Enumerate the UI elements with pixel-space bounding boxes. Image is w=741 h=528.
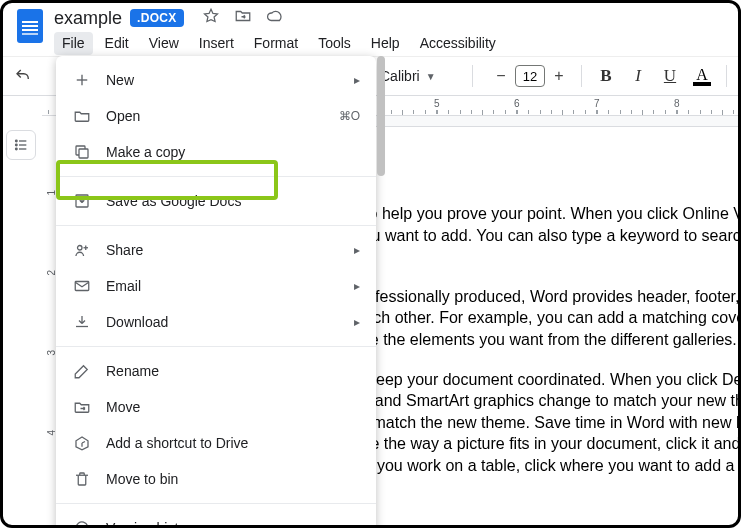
folder-icon xyxy=(72,106,92,126)
file-menu-save-as-google-docs[interactable]: Save as Google Docs xyxy=(56,183,376,219)
font-size-minus[interactable]: − xyxy=(489,64,513,88)
menu-item-label: Save as Google Docs xyxy=(106,193,360,209)
menu-format[interactable]: Format xyxy=(246,32,306,55)
menu-insert[interactable]: Insert xyxy=(191,32,242,55)
menu-item-label: Version history xyxy=(106,520,340,528)
submenu-arrow-icon: ▸ xyxy=(354,73,360,87)
shortcut-icon xyxy=(72,433,92,453)
svg-point-0 xyxy=(16,140,18,142)
caret-down-icon: ▼ xyxy=(426,71,436,82)
text-color-button[interactable]: A xyxy=(688,67,716,86)
cloud-status-icon[interactable] xyxy=(266,7,284,29)
font-size-input[interactable] xyxy=(515,65,545,87)
plus-icon xyxy=(72,70,92,90)
menu-item-label: Add a shortcut to Drive xyxy=(106,435,360,451)
file-menu-dropdown: New▸Open⌘OMake a copySave as Google Docs… xyxy=(56,56,376,528)
menu-item-label: New xyxy=(106,72,340,88)
file-menu-rename[interactable]: Rename xyxy=(56,353,376,389)
file-menu-download[interactable]: Download▸ xyxy=(56,304,376,340)
menu-accessibility[interactable]: Accessibility xyxy=(412,32,504,55)
menu-bar: File Edit View Insert Format Tools Help … xyxy=(54,32,504,55)
menu-edit[interactable]: Edit xyxy=(97,32,137,55)
menu-help[interactable]: Help xyxy=(363,32,408,55)
menu-item-label: Email xyxy=(106,278,340,294)
outline-toggle-button[interactable] xyxy=(6,130,36,160)
svg-rect-8 xyxy=(79,149,88,158)
color-bar xyxy=(693,82,711,86)
menu-view[interactable]: View xyxy=(141,32,187,55)
docx-badge: .DOCX xyxy=(130,9,184,27)
menu-item-label: Share xyxy=(106,242,340,258)
font-size-group: − + xyxy=(489,64,571,88)
menu-item-label: Rename xyxy=(106,363,360,379)
submenu-arrow-icon: ▸ xyxy=(354,521,360,528)
shortcut-label: ⌘O xyxy=(339,109,360,123)
share-icon xyxy=(72,240,92,260)
copy-icon xyxy=(72,142,92,162)
svg-point-1 xyxy=(16,144,18,146)
file-menu-move-to-bin[interactable]: Move to bin xyxy=(56,461,376,497)
menu-file[interactable]: File xyxy=(54,32,93,55)
italic-button[interactable]: I xyxy=(624,62,652,90)
underline-button[interactable]: U xyxy=(656,62,684,90)
submenu-arrow-icon: ▸ xyxy=(354,243,360,257)
submenu-arrow-icon: ▸ xyxy=(354,279,360,293)
menu-item-label: Move to bin xyxy=(106,471,360,487)
menu-item-label: Make a copy xyxy=(106,144,360,160)
menu-item-label: Move xyxy=(106,399,360,415)
move-icon xyxy=(72,397,92,417)
file-menu-share[interactable]: Share▸ xyxy=(56,232,376,268)
file-menu-version-history[interactable]: Version history▸ xyxy=(56,510,376,528)
history-icon xyxy=(72,518,92,528)
star-icon[interactable] xyxy=(202,7,220,29)
svg-point-10 xyxy=(78,246,83,251)
menu-tools[interactable]: Tools xyxy=(310,32,359,55)
file-menu-move[interactable]: Move xyxy=(56,389,376,425)
file-menu-make-a-copy[interactable]: Make a copy xyxy=(56,134,376,170)
move-folder-icon[interactable] xyxy=(234,7,252,29)
menu-item-label: Open xyxy=(106,108,325,124)
svg-point-2 xyxy=(16,148,18,150)
file-menu-add-a-shortcut-to-drive[interactable]: Add a shortcut to Drive xyxy=(56,425,376,461)
dropdown-scrollbar[interactable] xyxy=(376,56,386,528)
file-menu-email[interactable]: Email▸ xyxy=(56,268,376,304)
file-menu-new[interactable]: New▸ xyxy=(56,62,376,98)
download-icon xyxy=(72,312,92,332)
rename-icon xyxy=(72,361,92,381)
doc-title[interactable]: example xyxy=(54,8,122,29)
bold-button[interactable]: B xyxy=(592,62,620,90)
font-size-plus[interactable]: + xyxy=(547,64,571,88)
file-menu-open[interactable]: Open⌘O xyxy=(56,98,376,134)
mail-icon xyxy=(72,276,92,296)
save-icon xyxy=(72,191,92,211)
submenu-arrow-icon: ▸ xyxy=(354,315,360,329)
trash-icon xyxy=(72,469,92,489)
docs-logo[interactable] xyxy=(10,6,50,46)
menu-item-label: Download xyxy=(106,314,340,330)
undo-button[interactable] xyxy=(8,61,38,91)
